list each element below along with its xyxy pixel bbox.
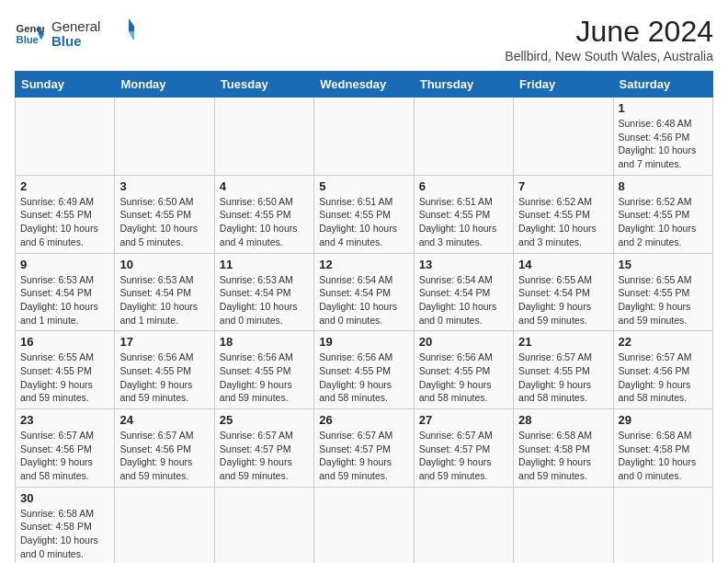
- day-cell: [16, 98, 115, 176]
- svg-text:Blue: Blue: [17, 34, 39, 45]
- weekday-header-monday: Monday: [115, 72, 214, 98]
- day-number: 10: [119, 258, 209, 271]
- day-number: 19: [319, 335, 408, 349]
- logo-svg: General Blue: [51, 15, 134, 50]
- weekday-header-wednesday: Wednesday: [314, 72, 414, 98]
- title-area: June 2024 Bellbird, New South Wales, Aus…: [505, 15, 713, 63]
- day-info: Sunrise: 6:53 AM Sunset: 4:54 PM Dayligh…: [119, 273, 209, 327]
- day-cell: 18Sunrise: 6:56 AM Sunset: 4:55 PM Dayli…: [214, 331, 313, 409]
- day-cell: 22Sunrise: 6:57 AM Sunset: 4:56 PM Dayli…: [613, 331, 712, 409]
- day-number: 15: [619, 258, 708, 271]
- day-number: 3: [119, 179, 209, 193]
- day-info: Sunrise: 6:51 AM Sunset: 4:55 PM Dayligh…: [319, 195, 408, 249]
- day-info: Sunrise: 6:51 AM Sunset: 4:55 PM Dayligh…: [419, 195, 508, 249]
- week-row-6: 30Sunrise: 6:58 AM Sunset: 4:58 PM Dayli…: [16, 487, 713, 563]
- day-cell: 16Sunrise: 6:55 AM Sunset: 4:55 PM Dayli…: [16, 331, 115, 409]
- day-cell: 21Sunrise: 6:57 AM Sunset: 4:55 PM Dayli…: [514, 331, 613, 409]
- header: General Blue General Blue June 2024 Bell…: [15, 15, 713, 63]
- day-cell: 29Sunrise: 6:58 AM Sunset: 4:58 PM Dayli…: [613, 409, 712, 488]
- svg-marker-3: [39, 34, 44, 40]
- weekday-header-friday: Friday: [514, 72, 613, 98]
- day-cell: [414, 487, 513, 563]
- day-number: 11: [220, 258, 309, 271]
- logo: General Blue General Blue: [15, 15, 134, 53]
- day-cell: [514, 487, 613, 563]
- day-info: Sunrise: 6:49 AM Sunset: 4:55 PM Dayligh…: [20, 195, 109, 249]
- day-number: 7: [518, 179, 608, 193]
- day-cell: [214, 487, 313, 563]
- day-cell: 3Sunrise: 6:50 AM Sunset: 4:55 PM Daylig…: [115, 175, 214, 253]
- day-cell: 23Sunrise: 6:57 AM Sunset: 4:56 PM Dayli…: [16, 409, 115, 488]
- day-number: 16: [20, 335, 109, 349]
- day-number: 22: [619, 335, 708, 349]
- svg-marker-7: [129, 31, 134, 40]
- day-cell: [314, 98, 414, 176]
- day-number: 1: [619, 101, 708, 115]
- day-info: Sunrise: 6:55 AM Sunset: 4:55 PM Dayligh…: [20, 350, 109, 405]
- day-info: Sunrise: 6:52 AM Sunset: 4:55 PM Dayligh…: [518, 195, 608, 249]
- day-cell: 5Sunrise: 6:51 AM Sunset: 4:55 PM Daylig…: [314, 175, 414, 253]
- week-row-2: 2Sunrise: 6:49 AM Sunset: 4:55 PM Daylig…: [16, 175, 713, 253]
- day-cell: [314, 487, 414, 563]
- day-cell: 24Sunrise: 6:57 AM Sunset: 4:56 PM Dayli…: [115, 409, 214, 488]
- day-info: Sunrise: 6:57 AM Sunset: 4:56 PM Dayligh…: [20, 429, 109, 483]
- day-cell: 8Sunrise: 6:52 AM Sunset: 4:55 PM Daylig…: [613, 175, 712, 253]
- day-number: 8: [619, 179, 708, 193]
- month-title: June 2024: [505, 15, 713, 49]
- day-number: 26: [319, 413, 408, 427]
- day-number: 20: [419, 335, 508, 349]
- weekday-header-saturday: Saturday: [613, 72, 712, 98]
- day-number: 28: [518, 413, 608, 427]
- day-info: Sunrise: 6:56 AM Sunset: 4:55 PM Dayligh…: [419, 350, 508, 405]
- day-info: Sunrise: 6:55 AM Sunset: 4:55 PM Dayligh…: [619, 273, 708, 327]
- day-info: Sunrise: 6:55 AM Sunset: 4:54 PM Dayligh…: [518, 273, 608, 327]
- day-cell: 13Sunrise: 6:54 AM Sunset: 4:54 PM Dayli…: [414, 253, 513, 331]
- day-number: 9: [20, 258, 109, 271]
- day-number: 2: [20, 179, 109, 193]
- svg-text:General: General: [51, 18, 100, 34]
- day-info: Sunrise: 6:52 AM Sunset: 4:55 PM Dayligh…: [619, 195, 708, 249]
- day-number: 29: [619, 413, 708, 427]
- day-info: Sunrise: 6:58 AM Sunset: 4:58 PM Dayligh…: [518, 429, 608, 483]
- day-cell: 27Sunrise: 6:57 AM Sunset: 4:57 PM Dayli…: [414, 409, 513, 488]
- day-cell: 26Sunrise: 6:57 AM Sunset: 4:57 PM Dayli…: [314, 409, 414, 488]
- day-cell: 2Sunrise: 6:49 AM Sunset: 4:55 PM Daylig…: [16, 175, 115, 253]
- day-cell: 25Sunrise: 6:57 AM Sunset: 4:57 PM Dayli…: [214, 409, 313, 488]
- day-info: Sunrise: 6:54 AM Sunset: 4:54 PM Dayligh…: [319, 273, 408, 327]
- day-cell: [115, 487, 214, 563]
- day-number: 25: [220, 413, 309, 427]
- day-cell: 19Sunrise: 6:56 AM Sunset: 4:55 PM Dayli…: [314, 331, 414, 409]
- week-row-3: 9Sunrise: 6:53 AM Sunset: 4:54 PM Daylig…: [16, 253, 713, 331]
- svg-text:Blue: Blue: [51, 33, 82, 49]
- day-cell: 7Sunrise: 6:52 AM Sunset: 4:55 PM Daylig…: [514, 175, 613, 253]
- day-number: 30: [20, 491, 109, 505]
- week-row-1: 1Sunrise: 6:48 AM Sunset: 4:56 PM Daylig…: [16, 98, 713, 176]
- week-row-4: 16Sunrise: 6:55 AM Sunset: 4:55 PM Dayli…: [16, 331, 713, 409]
- day-info: Sunrise: 6:57 AM Sunset: 4:57 PM Dayligh…: [220, 429, 309, 483]
- day-info: Sunrise: 6:53 AM Sunset: 4:54 PM Dayligh…: [20, 273, 109, 327]
- day-info: Sunrise: 6:57 AM Sunset: 4:56 PM Dayligh…: [619, 350, 708, 405]
- day-info: Sunrise: 6:58 AM Sunset: 4:58 PM Dayligh…: [20, 507, 109, 561]
- day-info: Sunrise: 6:48 AM Sunset: 4:56 PM Dayligh…: [619, 117, 708, 171]
- day-cell: 6Sunrise: 6:51 AM Sunset: 4:55 PM Daylig…: [414, 175, 513, 253]
- day-cell: [613, 487, 712, 563]
- svg-marker-6: [129, 18, 134, 31]
- day-cell: 15Sunrise: 6:55 AM Sunset: 4:55 PM Dayli…: [613, 253, 712, 331]
- weekday-header-sunday: Sunday: [16, 72, 115, 98]
- day-number: 13: [419, 258, 508, 271]
- day-cell: 9Sunrise: 6:53 AM Sunset: 4:54 PM Daylig…: [16, 253, 115, 331]
- day-info: Sunrise: 6:57 AM Sunset: 4:57 PM Dayligh…: [419, 429, 508, 483]
- day-number: 5: [319, 179, 408, 193]
- day-info: Sunrise: 6:58 AM Sunset: 4:58 PM Dayligh…: [619, 429, 708, 483]
- logo-icon: General Blue: [15, 19, 44, 49]
- calendar-table: SundayMondayTuesdayWednesdayThursdayFrid…: [15, 71, 713, 563]
- day-number: 14: [518, 258, 608, 271]
- day-cell: 11Sunrise: 6:53 AM Sunset: 4:54 PM Dayli…: [214, 253, 313, 331]
- day-cell: 1Sunrise: 6:48 AM Sunset: 4:56 PM Daylig…: [613, 98, 712, 176]
- day-cell: 12Sunrise: 6:54 AM Sunset: 4:54 PM Dayli…: [314, 253, 414, 331]
- day-cell: 4Sunrise: 6:50 AM Sunset: 4:55 PM Daylig…: [214, 175, 313, 253]
- day-number: 21: [518, 335, 608, 349]
- weekday-header-thursday: Thursday: [414, 72, 513, 98]
- day-info: Sunrise: 6:56 AM Sunset: 4:55 PM Dayligh…: [220, 350, 309, 405]
- day-number: 4: [220, 179, 309, 193]
